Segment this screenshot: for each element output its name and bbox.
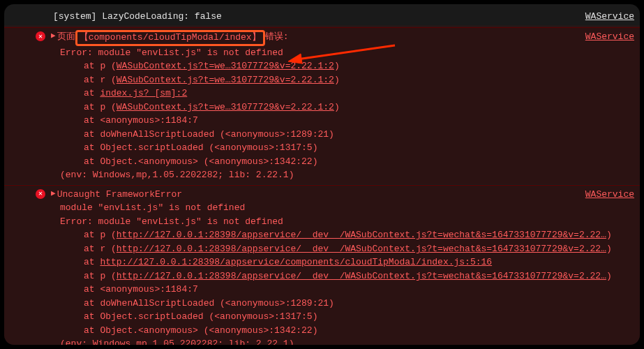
stack-frame: at <anonymous>:1184:7 [33, 114, 640, 128]
disclosure-triangle-icon[interactable]: ▶ [51, 30, 56, 46]
stack-tail: ) [334, 61, 340, 71]
stack-frame: at Object.scriptLoaded (<anonymous>:1317… [33, 310, 640, 324]
stack-at: at [84, 88, 100, 98]
stack-tail: ) [606, 230, 612, 240]
stack-at: at doWhenAllScriptLoaded (<anonymous>:12… [84, 298, 334, 309]
error-block-1: ✕ ▶ 页面 【components/cloudTipModal/index】 … [4, 27, 640, 184]
console-panel: [system] LazyCodeLoading: false WAServic… [4, 4, 640, 345]
stack-tail: ) [334, 102, 340, 112]
stack-frame: at p (http://127.0.0.1:28398/appservice/… [33, 228, 640, 242]
stack-at: at p ( [84, 230, 117, 240]
stack-at: at [84, 257, 100, 267]
stack-frame: at doWhenAllScriptLoaded (<anonymous>:12… [33, 297, 640, 311]
stack-link[interactable]: http://127.0.0.1:28398/appservice/__dev_… [117, 244, 606, 254]
stack-link[interactable]: http://127.0.0.1:28398/appservice/__dev_… [117, 230, 606, 240]
stack-link[interactable]: WASubContext.js?t=we…31077729&v=2.22.1:2 [117, 75, 334, 85]
stack-at: at Object.scriptLoaded (<anonymous>:1317… [84, 142, 317, 153]
error-prefix: 页面 [57, 30, 75, 46]
stack-tail: ) [606, 271, 612, 281]
error-title: Uncaught FrameworkError [57, 188, 182, 202]
stack-frame: at r (WASubContext.js?t=we…31077729&v=2.… [33, 73, 640, 87]
stack-at: at <anonymous>:1184:7 [84, 284, 198, 295]
stack-at: at p ( [84, 102, 117, 112]
stack-frame: at <anonymous>:1184:7 [33, 283, 640, 297]
service-link[interactable]: WAService [585, 11, 634, 22]
stack-at: at p ( [84, 271, 117, 281]
system-tag: [system] [53, 11, 96, 22]
highlighted-path: 【components/cloudTipModal/index】 [75, 30, 265, 46]
error-message: module "envList.js" is not defined [33, 201, 640, 215]
stack-frame: at Object.<anonymous> (<anonymous>:1342:… [33, 155, 640, 169]
disclosure-triangle-icon[interactable]: ▶ [51, 188, 56, 202]
stack-frame: at index.js? [sm]:2 [33, 87, 640, 101]
service-link[interactable]: WAService [585, 30, 634, 46]
error-suffix: 错误: [265, 30, 289, 46]
error-block-2: ✕ ▶ Uncaught FrameworkError WAService mo… [4, 185, 640, 345]
stack-at: at r ( [84, 75, 117, 85]
stack-frame: at http://127.0.0.1:28398/appservice/com… [33, 255, 640, 269]
stack-at: at p ( [84, 61, 117, 71]
stack-link[interactable]: index.js? [sm]:2 [100, 88, 187, 98]
stack-at: at r ( [84, 244, 117, 254]
stack-tail: ) [334, 75, 340, 85]
stack-at: at Object.<anonymous> (<anonymous>:1342:… [84, 325, 317, 336]
log-line-system: [system] LazyCodeLoading: false WAServic… [4, 4, 640, 27]
error-icon: ✕ [36, 31, 45, 41]
stack-link[interactable]: WASubContext.js?t=we…31077729&v=2.22.1:2 [117, 102, 334, 112]
stack-tail: ) [606, 244, 612, 254]
lazy-loading-status: LazyCodeLoading: false [102, 11, 222, 22]
stack-link[interactable]: WASubContext.js?t=we…31077729&v=2.22.1:2 [117, 61, 334, 71]
stack-frame: at r (http://127.0.0.1:28398/appservice/… [33, 242, 640, 256]
stack-at: at Object.scriptLoaded (<anonymous>:1317… [84, 311, 317, 322]
stack-at: at doWhenAllScriptLoaded (<anonymous>:12… [84, 129, 334, 140]
stack-frame: at p (WASubContext.js?t=we…31077729&v=2.… [33, 101, 640, 114]
stack-link[interactable]: http://127.0.0.1:28398/appservice/__dev_… [117, 271, 606, 281]
error-icon: ✕ [36, 189, 45, 199]
stack-frame: at Object.scriptLoaded (<anonymous>:1317… [33, 141, 640, 155]
env-line: (env: Windows,mp,1.05.2202282; lib: 2.22… [33, 337, 640, 345]
stack-frame: at Object.<anonymous> (<anonymous>:1342:… [33, 324, 640, 338]
service-link[interactable]: WAService [585, 188, 634, 202]
error-message: Error: module "envList.js" is not define… [33, 46, 640, 60]
env-line: (env: Windows,mp,1.05.2202282; lib: 2.22… [33, 168, 640, 182]
stack-at: at <anonymous>:1184:7 [84, 115, 198, 126]
error-message-2: Error: module "envList.js" is not define… [33, 215, 640, 229]
stack-frame: at p (http://127.0.0.1:28398/appservice/… [33, 269, 640, 283]
stack-frame: at doWhenAllScriptLoaded (<anonymous>:12… [33, 128, 640, 142]
stack-frame: at p (WASubContext.js?t=we…31077729&v=2.… [33, 59, 640, 73]
stack-link[interactable]: http://127.0.0.1:28398/appservice/compon… [100, 257, 492, 267]
stack-at: at Object.<anonymous> (<anonymous>:1342:… [84, 156, 317, 167]
